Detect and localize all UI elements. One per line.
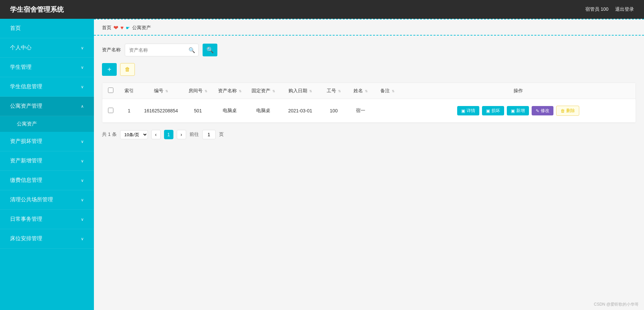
sidebar-item-home[interactable]: 首页 bbox=[0, 19, 94, 38]
layout: 首页 个人中心 ∨ 学生管理 ∨ 学生信息管理 ∨ 公寓资产管理 ∧ 公寓资产 … bbox=[0, 19, 644, 310]
search-input[interactable] bbox=[125, 44, 199, 56]
td-fixed-asset: 电脑桌 bbox=[247, 99, 280, 123]
sidebar-label-asset-damage: 资产损坏管理 bbox=[10, 138, 42, 145]
sort-icon-number: ⇅ bbox=[165, 89, 168, 93]
sort-icon-job: ⇅ bbox=[338, 89, 341, 93]
th-number[interactable]: 编号 ⇅ bbox=[139, 83, 183, 99]
td-purchase-date: 2021-03-01 bbox=[280, 99, 320, 123]
page-label: 页 bbox=[219, 132, 224, 138]
sidebar-item-payment[interactable]: 缴费信息管理 ∨ bbox=[0, 171, 94, 190]
edit-button[interactable]: ✎ 修改 bbox=[532, 106, 553, 115]
th-room[interactable]: 房间号 ⇅ bbox=[183, 83, 213, 99]
main-content: 首页 ❤ ♥ ☛ 公寓资产 资产名称 🔍 🔍 + bbox=[94, 19, 644, 310]
td-job-no: 100 bbox=[320, 99, 347, 123]
th-note[interactable]: 备注 ⇅ bbox=[374, 83, 401, 99]
data-table-wrap: 索引 编号 ⇅ 房间号 ⇅ 资产名称 bbox=[102, 83, 636, 123]
breadcrumb-home[interactable]: 首页 bbox=[102, 25, 111, 31]
sidebar-sub-item-apartment-asset[interactable]: 公寓资产 bbox=[0, 116, 94, 132]
header: 学生宿舍管理系统 宿管员 100 退出登录 bbox=[0, 0, 644, 19]
prev-page-button[interactable]: ‹ bbox=[151, 130, 161, 139]
th-index: 索引 bbox=[119, 83, 139, 99]
edit-icon: ✎ bbox=[536, 108, 539, 113]
sort-icon-room: ⇅ bbox=[205, 89, 207, 93]
td-room: 501 bbox=[183, 99, 213, 123]
app-title: 学生宿舍管理系统 bbox=[10, 5, 64, 14]
search-label: 资产名称 bbox=[102, 47, 121, 53]
sidebar-item-student-info[interactable]: 学生信息管理 ∨ bbox=[0, 77, 94, 97]
sidebar-item-student[interactable]: 学生管理 ∨ bbox=[0, 58, 94, 77]
th-name[interactable]: 姓名 ⇅ bbox=[347, 83, 374, 99]
select-all-checkbox[interactable] bbox=[108, 88, 113, 93]
breadcrumb-icon: ❤ bbox=[113, 24, 118, 32]
table-row: 1 1616252208854 501 电脑桌 bbox=[102, 99, 636, 123]
th-fixed-asset[interactable]: 固定资产 ⇅ bbox=[247, 83, 280, 99]
sidebar-item-asset-damage[interactable]: 资产损坏管理 ∨ bbox=[0, 132, 94, 151]
sidebar-item-bed[interactable]: 床位安排管理 ∨ bbox=[0, 229, 94, 249]
row-checkbox[interactable] bbox=[108, 108, 113, 113]
detail-icon: ▣ bbox=[461, 108, 465, 113]
row-add-button[interactable]: ▣ 新增 bbox=[507, 106, 529, 115]
batch-delete-button[interactable]: 🗑 bbox=[120, 63, 135, 76]
next-icon: › bbox=[180, 132, 182, 137]
search-icon: 🔍 bbox=[189, 47, 195, 53]
sidebar-label-cleanup: 清理公共场所管理 bbox=[10, 196, 53, 203]
td-action: ▣ 详情 ▣ 损坏 ▣ 新增 bbox=[401, 99, 636, 123]
operation-buttons: ▣ 详情 ▣ 损坏 ▣ 新增 bbox=[404, 106, 632, 116]
sidebar-item-daily[interactable]: 日常事务管理 ∨ bbox=[0, 210, 94, 229]
breadcrumb-heart2: ♥ bbox=[120, 25, 124, 31]
footer: CSDN @爱听歌的小华哥 bbox=[94, 299, 644, 310]
search-bar: 资产名称 🔍 🔍 bbox=[102, 44, 636, 56]
sort-icon-date: ⇅ bbox=[309, 89, 312, 93]
sort-icon-asset-name: ⇅ bbox=[239, 89, 241, 93]
sidebar-item-asset-add[interactable]: 资产新增管理 ∨ bbox=[0, 151, 94, 171]
prev-icon: ‹ bbox=[155, 132, 157, 137]
sidebar-item-personal[interactable]: 个人中心 ∨ bbox=[0, 38, 94, 58]
td-note bbox=[374, 99, 401, 123]
table-header-row: 索引 编号 ⇅ 房间号 ⇅ 资产名称 bbox=[102, 83, 636, 99]
page-1-button[interactable]: 1 bbox=[164, 130, 173, 139]
add-button[interactable]: + bbox=[102, 63, 117, 76]
sidebar-item-cleanup[interactable]: 清理公共场所管理 ∨ bbox=[0, 190, 94, 210]
chevron-apartment-asset: ∧ bbox=[81, 104, 84, 109]
logout-button[interactable]: 退出登录 bbox=[615, 6, 634, 12]
td-name: 宿一 bbox=[347, 99, 374, 123]
per-page-select[interactable]: 10条/页 20条/页 50条/页 bbox=[120, 130, 148, 139]
content-area: 资产名称 🔍 🔍 + 🗑 bbox=[94, 36, 644, 299]
th-job-no[interactable]: 工号 ⇅ bbox=[320, 83, 347, 99]
data-table: 索引 编号 ⇅ 房间号 ⇅ 资产名称 bbox=[102, 83, 636, 123]
footer-text: CSDN @爱听歌的小华哥 bbox=[594, 302, 639, 307]
sidebar-label-student-info: 学生信息管理 bbox=[10, 83, 42, 90]
sidebar-label-asset-add: 资产新增管理 bbox=[10, 157, 42, 164]
td-number: 1616252208854 bbox=[139, 99, 183, 123]
damage-button[interactable]: ▣ 损坏 bbox=[482, 106, 504, 115]
sidebar-label-student: 学生管理 bbox=[10, 64, 32, 71]
th-asset-name[interactable]: 资产名称 ⇅ bbox=[213, 83, 247, 99]
next-page-button[interactable]: › bbox=[177, 130, 186, 139]
th-purchase-date[interactable]: 购入日期 ⇅ bbox=[280, 83, 320, 99]
search-button[interactable]: 🔍 bbox=[203, 44, 217, 56]
chevron-student: ∨ bbox=[81, 65, 84, 70]
total-label: 共 1 条 bbox=[102, 132, 117, 138]
sort-icon-note: ⇅ bbox=[392, 89, 394, 93]
row-add-icon: ▣ bbox=[511, 108, 515, 113]
breadcrumb-current: 公寓资产 bbox=[132, 25, 151, 31]
sort-icon-fixed: ⇅ bbox=[272, 89, 275, 93]
search-btn-icon: 🔍 bbox=[206, 46, 214, 54]
sidebar-label-payment: 缴费信息管理 bbox=[10, 177, 42, 184]
chevron-personal: ∨ bbox=[81, 46, 84, 50]
row-delete-button[interactable]: 🗑 删除 bbox=[556, 106, 579, 116]
pagination: 共 1 条 10条/页 20条/页 50条/页 ‹ 1 › 前往 页 bbox=[102, 123, 636, 143]
breadcrumb: 首页 ❤ ♥ ☛ 公寓资产 bbox=[94, 19, 644, 36]
damage-icon: ▣ bbox=[486, 108, 490, 113]
breadcrumb-arrow: ☛ bbox=[126, 25, 130, 31]
chevron-daily: ∨ bbox=[81, 217, 84, 222]
detail-button[interactable]: ▣ 详情 bbox=[457, 106, 479, 115]
row-delete-icon: 🗑 bbox=[560, 108, 565, 113]
add-icon: + bbox=[107, 66, 111, 73]
chevron-asset-add: ∨ bbox=[81, 159, 84, 163]
td-index: 1 bbox=[119, 99, 139, 123]
goto-page-input[interactable] bbox=[202, 130, 216, 139]
chevron-student-info: ∨ bbox=[81, 85, 84, 89]
action-bar: + 🗑 bbox=[102, 63, 636, 76]
sidebar-item-apartment-asset[interactable]: 公寓资产管理 ∧ bbox=[0, 97, 94, 116]
